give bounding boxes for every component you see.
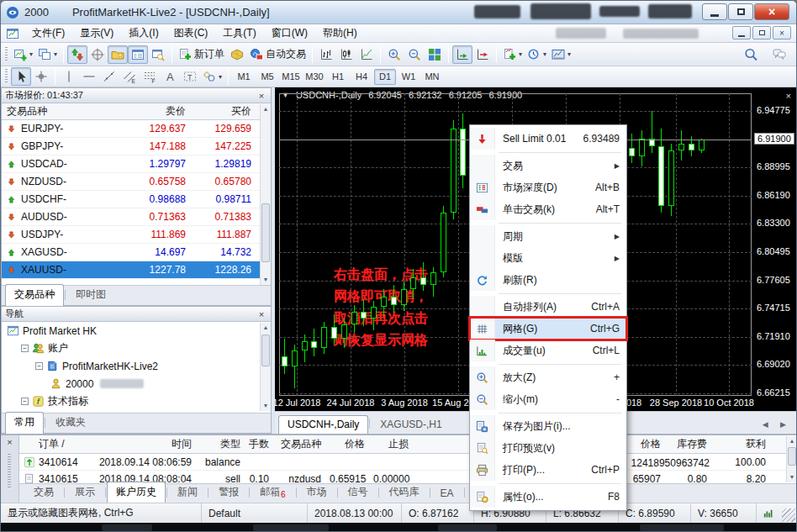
market-watch-tab-0[interactable]: 交易品种 [5, 284, 64, 306]
context-menu-item-3[interactable]: 市场深度(D)Alt+B [470, 176, 626, 198]
terminal-drag-strip[interactable]: × [1, 435, 19, 504]
market-watch-row[interactable]: EURJPY-129.637129.659 [2, 120, 271, 138]
context-menu-item-7[interactable]: 模版▶ [470, 247, 626, 269]
child-close-button[interactable]: × [773, 26, 791, 40]
terminal-tab-7[interactable]: 信号 [339, 482, 377, 503]
market-watch-row[interactable]: USDCHF-0.986880.98711 [2, 191, 271, 208]
chart-close-icon[interactable]: × [786, 91, 791, 101]
menu-item-3[interactable]: 图表(C) [166, 24, 216, 42]
channel-button[interactable]: E [119, 67, 140, 86]
collapse-icon[interactable]: − [21, 398, 29, 405]
market-watch-row[interactable]: GBPJPY-147.188147.225 [2, 138, 271, 155]
scroll-up-icon[interactable]: ▲ [261, 323, 271, 333]
crosshair-button[interactable] [31, 67, 51, 86]
autotrading-button[interactable]: 自动交易 [247, 45, 309, 64]
cursor-button[interactable] [11, 67, 31, 86]
menu-item-6[interactable]: 帮助(H) [315, 24, 365, 42]
terminal-scrollbar[interactable]: ▲ ▼ [786, 436, 797, 482]
scroll-down-icon[interactable]: ▼ [787, 472, 797, 482]
market-watch-button[interactable] [67, 45, 87, 64]
scroll-up-icon[interactable]: ▲ [261, 104, 271, 114]
navigator-item-0[interactable]: Profit Market HK [2, 322, 271, 340]
context-menu-item-19[interactable]: 打印(P)...Ctrl+P [470, 459, 626, 481]
restore-button[interactable] [728, 3, 753, 20]
chart-window-icon[interactable] [6, 27, 21, 40]
context-menu-item-2[interactable]: 交易▶ [470, 155, 626, 176]
chat-button[interactable] [769, 45, 789, 64]
menu-item-2[interactable]: 插入(I) [121, 24, 166, 42]
market-watch-tab-1[interactable]: 即时图 [66, 284, 115, 305]
menu-item-1[interactable]: 显示(V) [72, 24, 121, 42]
auto-scroll-button[interactable] [452, 45, 472, 64]
navigator-tab-0[interactable]: 常用 [5, 412, 44, 434]
line-chart-button[interactable] [356, 45, 377, 64]
terminal-tab-4[interactable]: 警报 [209, 482, 248, 503]
child-restore-button[interactable] [752, 26, 771, 40]
navigator-button[interactable] [108, 45, 128, 64]
scroll-down-icon[interactable]: ▼ [261, 275, 271, 285]
vline-button[interactable] [59, 67, 79, 86]
market-watch-row[interactable]: AUDUSD-0.713630.71383 [2, 208, 271, 226]
timeframe-m15[interactable]: M15 [280, 69, 302, 85]
terminal-tab-5[interactable]: 邮箱6 [251, 482, 295, 503]
bars-chart-button[interactable] [316, 45, 336, 64]
candles-chart-button[interactable] [336, 45, 356, 64]
tester-button[interactable] [148, 45, 168, 64]
shapes-button[interactable]: ▾ [200, 67, 224, 86]
navigator-tab-1[interactable]: 收藏夹 [46, 412, 95, 433]
terminal-tab-8[interactable]: 代码库 [380, 482, 429, 503]
new-chart-button[interactable]: ▾ [11, 45, 35, 64]
scroll-down-icon[interactable]: ▼ [261, 401, 271, 411]
terminal-tab-6[interactable]: 市场 [298, 482, 336, 503]
close-button[interactable]: × [754, 3, 789, 20]
metaeditor-button[interactable] [227, 45, 247, 64]
fibonacci-button[interactable]: F [140, 67, 160, 86]
timeframe-m5[interactable]: M5 [256, 69, 278, 85]
search-button[interactable] [741, 45, 761, 64]
tile-windows-button[interactable] [425, 45, 445, 64]
minimize-button[interactable] [702, 3, 727, 20]
context-menu-item-4[interactable]: 单击交易(k)Alt+T [470, 198, 626, 220]
new-order-button[interactable]: 新订单 [176, 45, 227, 64]
market-watch-row[interactable]: USDCAD-1.297971.29819 [2, 155, 271, 173]
terminal-tab-3[interactable]: 新闻 [168, 482, 207, 503]
text-label-button[interactable]: T [180, 67, 200, 86]
context-menu-item-21[interactable]: 属性(o)...F8 [470, 486, 626, 508]
templates-button[interactable]: ▾ [549, 45, 573, 64]
chart-shift-button[interactable] [472, 45, 493, 64]
timeframe-m1[interactable]: M1 [233, 69, 255, 85]
market-watch-row[interactable]: NZDUSD-0.657580.65780 [2, 173, 271, 191]
context-menu-item-15[interactable]: 缩小(m)- [470, 388, 626, 410]
trendline-button[interactable] [99, 67, 119, 86]
menu-item-5[interactable]: 窗口(W) [264, 24, 315, 42]
profiles-button[interactable]: ▾ [35, 45, 60, 64]
chart-tab-1[interactable]: XAGUSD-,H1 [371, 415, 451, 434]
text-a-button[interactable]: A [160, 67, 180, 86]
context-menu-item-10[interactable]: 自动排列(A)Ctrl+A [470, 296, 626, 318]
navigator-item-2[interactable]: −ProfitMarketHK-Live2 [2, 357, 271, 375]
market-watch-row[interactable]: XAGUSD-14.69714.732 [2, 244, 271, 261]
timeframe-mn[interactable]: MN [421, 69, 443, 85]
terminal-tab-1[interactable]: 展示 [66, 482, 104, 503]
timeframe-w1[interactable]: W1 [398, 69, 420, 85]
context-menu-item-11[interactable]: 网格(G)Ctrl+G [470, 318, 626, 340]
context-menu-item-6[interactable]: 周期▶ [470, 225, 626, 247]
chart-tab-0[interactable]: USDCNH-,Daily [278, 415, 368, 435]
context-menu-item-12[interactable]: 成交量(u)Ctrl+L [470, 340, 626, 361]
tab-scroll-arrows[interactable]: ◀ ▶ [763, 420, 791, 429]
collapse-icon[interactable]: − [35, 362, 43, 370]
periods-button[interactable]: ▾ [525, 45, 549, 64]
market-watch-row[interactable]: XAUUSD-1227.781228.26 [2, 261, 271, 279]
scroll-up-icon[interactable]: ▲ [787, 436, 797, 446]
terminal-tab-0[interactable]: 交易 [24, 482, 63, 503]
indicators-button[interactable]: ▾ [500, 45, 525, 64]
terminal-button[interactable] [128, 45, 148, 64]
child-minimize-button[interactable] [732, 26, 751, 40]
context-menu-item-17[interactable]: 保存为图片(i)... [470, 415, 626, 437]
navigator-item-3[interactable]: 20000 [2, 375, 271, 392]
data-window-button[interactable] [87, 45, 108, 64]
market-watch-close-icon[interactable]: × [256, 91, 267, 101]
navigator-item-1[interactable]: −账户 [2, 340, 271, 357]
timeframe-h4[interactable]: H4 [351, 69, 372, 85]
context-menu-item-8[interactable]: 刷新(R) [470, 269, 626, 291]
